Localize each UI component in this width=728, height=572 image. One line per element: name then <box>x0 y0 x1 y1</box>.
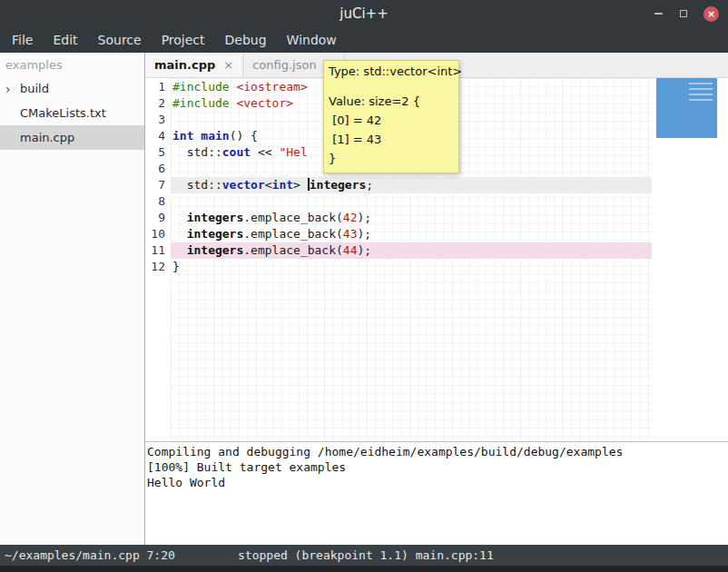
code-token: integers <box>187 243 244 257</box>
titlebar[interactable]: juCi++ × <box>0 0 728 27</box>
line-text[interactable]: } <box>171 259 652 275</box>
minimize-icon <box>654 13 663 15</box>
chevron-right-icon: › <box>5 82 20 96</box>
code-token: integers <box>187 227 244 241</box>
file-tree-panel: examples ›buildCMakeLists.txtmain.cpp <box>0 53 145 545</box>
line-number[interactable]: 8 <box>145 193 171 210</box>
line-number[interactable]: 5 <box>145 144 171 161</box>
minimap-viewport[interactable] <box>656 78 717 138</box>
code-token: main <box>201 129 229 143</box>
line-number[interactable]: 10 <box>145 226 171 242</box>
code-token: << <box>251 145 279 159</box>
menu-bar: FileEditSourceProjectDebugWindow <box>0 27 728 53</box>
code-token: std:: <box>172 145 222 159</box>
code-token: #include <box>172 80 230 94</box>
code-token: () { <box>230 129 258 143</box>
juci-window: juCi++ × FileEditSourceProjectDebugWindo… <box>0 0 728 572</box>
code-token <box>172 227 187 241</box>
tooltip-value-line: } <box>329 149 454 168</box>
status-debug-state: stopped (breakpoint 1.1) main.cpp:11 <box>238 545 494 566</box>
line-text[interactable]: std::vector<int> integers; <box>171 177 652 193</box>
tree-item-label: CMakeLists.txt <box>20 106 106 120</box>
terminal-line: [100%] Built target examples <box>147 459 728 475</box>
tree-item-label: main.cpp <box>20 131 74 144</box>
tab-main-cpp[interactable]: main.cpp× <box>145 53 243 77</box>
code-token: .emplace_back( <box>243 211 343 224</box>
menu-project[interactable]: Project <box>152 27 215 53</box>
editor-line-12: 12} <box>145 259 652 275</box>
menu-window[interactable]: Window <box>277 27 347 53</box>
tooltip-value-line: [1] = 43 <box>329 130 454 149</box>
tree-item-cmakelists-txt[interactable]: CMakeLists.txt <box>0 101 144 125</box>
status-bar: ~/examples/main.cpp 7:20 stopped (breakp… <box>0 545 728 566</box>
code-token: #include <box>172 96 230 110</box>
code-token: > <box>293 178 308 192</box>
menu-source[interactable]: Source <box>88 27 152 53</box>
line-number[interactable]: 2 <box>145 95 171 112</box>
code-token: vector <box>222 178 265 192</box>
code-token: integers <box>187 211 244 224</box>
code-token: ); <box>358 227 372 241</box>
window-controls: × <box>653 0 719 27</box>
code-token: ; <box>366 178 373 192</box>
line-text[interactable]: integers.emplace_back(44); <box>171 242 652 259</box>
tree-item-main-cpp[interactable]: main.cpp <box>0 125 144 150</box>
code-token: integers <box>310 178 367 192</box>
code-token: 43 <box>343 227 358 241</box>
code-token: } <box>172 260 180 273</box>
tooltip-value-line: Value: size=2 { <box>329 92 454 111</box>
code-token: ); <box>358 243 372 257</box>
tab-label: config.json <box>252 58 317 72</box>
debug-value-tooltip: Type: std::vector<int> Value: size=2 { [… <box>323 60 459 173</box>
editor-line-9: 9 integers.emplace_back(42); <box>145 210 652 226</box>
line-number[interactable]: 1 <box>145 79 171 95</box>
code-token: cout <box>222 145 251 159</box>
window-bottom-edge <box>0 566 728 572</box>
code-token: int <box>272 178 293 192</box>
tree-item-build[interactable]: ›build <box>0 76 144 101</box>
line-text[interactable] <box>171 193 652 210</box>
code-token: 42 <box>343 211 358 224</box>
code-token: 44 <box>343 243 358 257</box>
line-number[interactable]: 12 <box>145 259 171 275</box>
editor-line-7: 7 std::vector<int> integers; <box>145 177 652 193</box>
line-number[interactable]: 9 <box>145 210 171 226</box>
line-number[interactable]: 11 <box>145 242 171 259</box>
line-number[interactable]: 7 <box>145 177 171 193</box>
tooltip-value-line: [0] = 42 <box>329 111 454 130</box>
code-token: <iostream> <box>236 80 307 94</box>
editor-line-10: 10 integers.emplace_back(43); <box>145 226 652 242</box>
tooltip-type-line: Type: std::vector<int> <box>329 64 454 80</box>
status-file-position: ~/examples/main.cpp 7:20 <box>5 545 175 566</box>
file-tree: ›buildCMakeLists.txtmain.cpp <box>0 76 144 150</box>
code-token <box>172 243 187 257</box>
menu-debug[interactable]: Debug <box>215 27 277 53</box>
editor-line-8: 8 <box>145 193 652 210</box>
terminal-line: Compiling and debugging /home/eidheim/ex… <box>147 444 728 459</box>
minimize-button[interactable] <box>653 8 664 19</box>
window-title: juCi++ <box>0 0 728 27</box>
tab-close-icon[interactable]: × <box>223 58 233 72</box>
close-button[interactable]: × <box>703 6 719 22</box>
line-text[interactable]: integers.emplace_back(43); <box>171 226 652 242</box>
tab-label: main.cpp <box>154 58 215 72</box>
menu-edit[interactable]: Edit <box>43 27 87 53</box>
project-root-label: examples <box>0 53 144 76</box>
code-token: .emplace_back( <box>243 227 343 241</box>
line-text[interactable]: integers.emplace_back(42); <box>171 210 652 226</box>
maximize-button[interactable] <box>678 8 689 19</box>
code-token: < <box>265 178 272 192</box>
line-number[interactable]: 3 <box>145 112 171 128</box>
terminal-line: Hello World <box>147 475 728 490</box>
minimap[interactable] <box>654 78 728 441</box>
code-token: .emplace_back( <box>243 243 343 257</box>
line-number[interactable]: 6 <box>145 161 171 177</box>
line-number[interactable]: 4 <box>145 128 171 144</box>
minimap-code-lines <box>689 83 713 104</box>
menu-file[interactable]: File <box>2 27 43 53</box>
build-output-panel[interactable]: Compiling and debugging /home/eidheim/ex… <box>145 441 728 545</box>
maximize-icon <box>680 10 687 17</box>
code-token: int <box>172 129 193 143</box>
tree-item-label: build <box>20 82 49 95</box>
editor-line-11: 11 integers.emplace_back(44); <box>145 242 652 259</box>
